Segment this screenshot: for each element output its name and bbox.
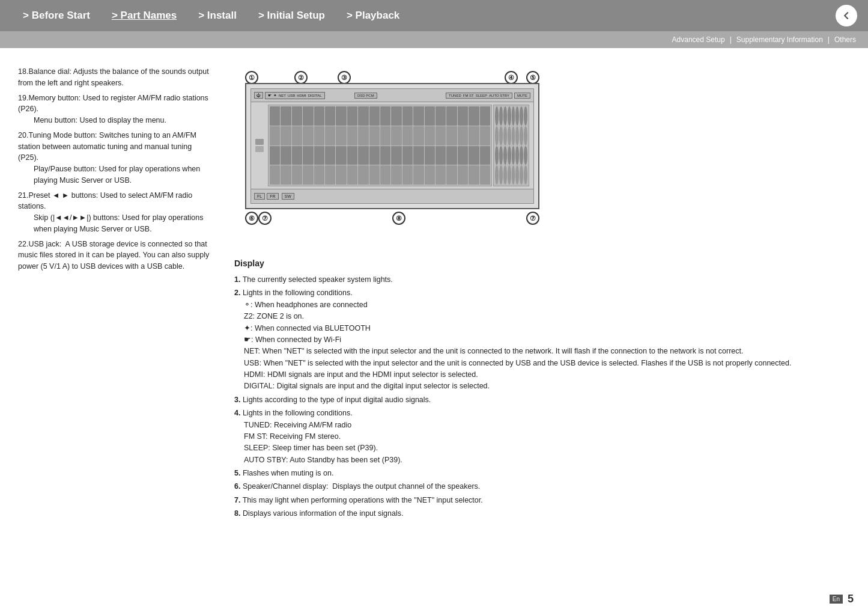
power-indicator: ⏻ <box>254 92 263 99</box>
sec-nav-supplementary[interactable]: Supplementary Information <box>736 35 823 44</box>
desc-2-sub5: NET: When "NET" is selected with the inp… <box>234 346 850 357</box>
desc-item-8: 8. Displays various information of the i… <box>234 508 850 519</box>
led-cell <box>425 146 435 165</box>
desc-4-sub2: FM ST: Receiving FM stereo. <box>234 431 850 442</box>
led-dot <box>499 165 503 185</box>
led-cell <box>314 165 324 185</box>
desc-item-5: 5. Flashes when muting is on. <box>234 468 850 479</box>
sleep-label: SLEEP <box>476 94 487 97</box>
led-cell <box>292 106 302 126</box>
digital-label: DIGITAL <box>308 94 322 97</box>
nav-part-names[interactable]: > Part Names <box>101 10 187 22</box>
desc-item-3: 3. Lights according to the type of input… <box>234 394 850 406</box>
display-diagram-inner: ⏻ ☛ ✦ NET USB HDMI DIGITAL <box>250 88 534 204</box>
led-dot <box>499 106 503 126</box>
nav-before-start[interactable]: > Before Start <box>12 10 101 22</box>
led-cell <box>458 106 468 126</box>
led-cell <box>292 146 302 165</box>
nav-playback[interactable]: > Playback <box>336 10 410 22</box>
fmst-label: FM ST <box>463 94 474 97</box>
led-dot <box>503 165 507 185</box>
led-matrix <box>254 102 530 189</box>
hdmi-label: HDMI <box>297 94 306 97</box>
callout-6: ⑥ <box>245 212 258 225</box>
led-dot <box>512 106 515 126</box>
led-dot <box>499 126 503 145</box>
led-cell <box>303 106 313 126</box>
led-dot <box>524 126 527 145</box>
led-dot <box>495 126 499 145</box>
callout-4: ④ <box>505 71 518 84</box>
sec-nav-advanced-setup[interactable]: Advanced Setup <box>672 35 725 44</box>
led-cell <box>314 106 324 126</box>
led-cell <box>325 146 335 165</box>
nav-initial-setup[interactable]: > Initial Setup <box>247 10 336 22</box>
led-cell <box>458 126 468 145</box>
led-cell <box>458 165 468 185</box>
nav-items: > Before Start > Part Names > Install > … <box>12 10 410 22</box>
led-cell <box>369 146 380 165</box>
led-cell <box>480 126 490 145</box>
power-icon: ⏻ <box>256 93 261 97</box>
led-cell <box>270 126 280 145</box>
sw-channel: SW <box>282 193 294 200</box>
lang-badge: En <box>830 595 843 604</box>
led-group-2 <box>493 105 529 186</box>
dsd-label: DSD <box>357 94 365 97</box>
led-cell <box>347 126 357 145</box>
led-dot <box>515 106 519 126</box>
led-dot <box>495 106 499 126</box>
led-dot <box>515 165 519 185</box>
led-dot <box>508 165 511 185</box>
led-cell <box>358 165 368 185</box>
left-column: 18.Balance dial: Adjusts the balance of … <box>18 66 210 603</box>
sec-nav-others[interactable]: Others <box>834 35 856 44</box>
led-dot <box>512 146 515 165</box>
led-cell <box>369 126 380 145</box>
callout-2: ② <box>294 71 308 84</box>
speaker-col <box>255 105 266 186</box>
led-cell <box>336 106 346 126</box>
led-cell <box>458 146 468 165</box>
led-dot <box>508 146 511 165</box>
led-cell <box>369 106 380 126</box>
fl-channel: FL <box>254 193 265 200</box>
led-cell <box>358 146 368 165</box>
callouts-bottom: ⑥ ⑦ ⑧ ⑦ <box>245 212 539 225</box>
led-cell <box>303 165 313 185</box>
channel-labels: FL FR SW <box>251 189 533 203</box>
nav-install[interactable]: > Install <box>187 10 247 22</box>
led-cell <box>469 106 479 126</box>
led-cell <box>446 146 457 165</box>
autostby-label: AUTO STBY <box>489 94 509 97</box>
display-title: Display <box>234 259 850 268</box>
led-cell <box>303 126 313 145</box>
led-cell <box>446 106 457 126</box>
callout-7a: ⑦ <box>258 212 272 225</box>
led-cell <box>480 146 490 165</box>
led-cell <box>314 146 324 165</box>
led-cell <box>281 146 291 165</box>
main-leds <box>268 105 529 186</box>
led-cell <box>325 165 335 185</box>
display-diagram-box: ⏻ ☛ ✦ NET USB HDMI DIGITAL <box>245 83 539 209</box>
led-cell <box>336 146 346 165</box>
led-cell <box>413 146 423 165</box>
net-label: NET <box>279 94 286 97</box>
back-button[interactable] <box>836 5 857 26</box>
item-20-sub: Play/Pause button: Used for play operati… <box>18 164 210 186</box>
led-dot <box>520 146 523 165</box>
led-cell <box>347 106 357 126</box>
status-indicators: TUNED FM ST SLEEP AUTO STBY <box>446 93 512 99</box>
item-22: 22.USB jack: A USB storage device is con… <box>18 239 210 272</box>
led-cell <box>347 165 357 185</box>
right-column: ① ② ③ ④ ⑤ ⏻ <box>234 66 850 603</box>
led-cell <box>402 106 413 126</box>
led-dot <box>520 165 523 185</box>
item-20-num: 20. <box>18 131 28 139</box>
led-cell <box>358 106 368 126</box>
led-dot <box>520 106 523 126</box>
led-dot <box>524 106 527 126</box>
sec-nav-sep2: | <box>828 35 830 44</box>
led-cell <box>469 146 479 165</box>
